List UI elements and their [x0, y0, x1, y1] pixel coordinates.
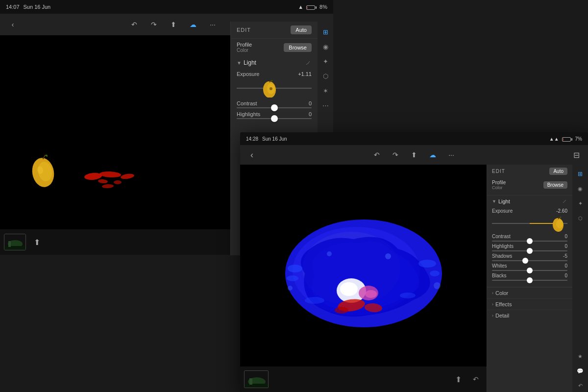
shadows-value-front: -5	[563, 253, 567, 259]
more-button-front[interactable]: ···	[444, 148, 458, 162]
svg-point-9	[102, 184, 114, 188]
undo-thumb-front[interactable]: ↶	[469, 372, 483, 386]
whites-slider-front[interactable]	[492, 270, 567, 271]
highlights-thumb-back[interactable]	[271, 115, 278, 122]
share-button-back[interactable]: ⬆	[167, 18, 180, 31]
contrast-row-back: Contrast 0	[231, 99, 318, 110]
back-button-front[interactable]: ‹	[245, 148, 259, 162]
svg-rect-41	[249, 378, 252, 385]
mango-thumb-back[interactable]	[261, 79, 280, 98]
more-button-back[interactable]: ···	[206, 18, 220, 31]
panel-section-edit: EDIT Auto Profile Color Browse	[487, 165, 572, 196]
share-thumb-front[interactable]: ⬆	[451, 372, 465, 386]
sidebar-drop-front[interactable]: ⬡	[574, 212, 587, 224]
profile-sub-back: Color	[237, 48, 252, 53]
contrast-row-front: Contrast 0	[487, 233, 572, 243]
mango-thumb-front[interactable]	[551, 215, 567, 232]
sidebar-circle-back[interactable]: ◉	[319, 40, 332, 53]
browse-button-back[interactable]: Browse	[284, 43, 312, 52]
thumbnail-item-back[interactable]	[4, 234, 26, 250]
svg-rect-40	[245, 384, 269, 388]
redo-button-front[interactable]: ↷	[389, 148, 402, 162]
curve-icon-back: ⟋	[305, 59, 312, 67]
panel-front: EDIT Auto Profile Color Browse ▼ Light	[487, 165, 572, 392]
thumbnail-front[interactable]	[244, 370, 269, 388]
whites-value-front: 0	[564, 263, 567, 269]
contrast-thumb-back[interactable]	[271, 104, 278, 111]
contrast-thumb-front[interactable]	[527, 238, 533, 244]
blacks-thumb-front[interactable]	[527, 277, 533, 283]
detail-section-front[interactable]: › Detail	[487, 310, 572, 321]
shadows-slider-front[interactable]	[492, 260, 567, 261]
light-header-front[interactable]: ▼ Light ⟋	[487, 196, 572, 207]
profile-row-front: Profile Color Browse	[487, 178, 572, 192]
share-thumb-back[interactable]: ⬆	[30, 235, 44, 249]
curve-icon-front[interactable]: ⟋	[562, 198, 567, 205]
detail-label-front: Detail	[495, 313, 509, 318]
exposure-viz	[266, 210, 462, 347]
effects-section-front[interactable]: › Effects	[487, 298, 572, 310]
exposure-slider-back[interactable]	[237, 79, 312, 98]
svg-point-43	[556, 220, 563, 228]
mango-svg-back	[29, 153, 59, 190]
undo-button-front[interactable]: ↶	[370, 148, 384, 162]
sidebar-star-back[interactable]: ✶	[319, 84, 332, 97]
sidebar-chat-front[interactable]: 💬	[574, 365, 587, 377]
highlights-slider-front[interactable]	[492, 250, 567, 251]
auto-button-back[interactable]: Auto	[291, 25, 312, 34]
cloud-button-front[interactable]: ☁	[426, 148, 440, 162]
share-button-front[interactable]: ⬆	[407, 148, 421, 162]
svg-point-35	[327, 251, 332, 256]
cloud-button-back[interactable]: ☁	[186, 18, 200, 31]
blacks-slider-front[interactable]	[492, 280, 567, 281]
highlights-slider-back[interactable]	[237, 118, 312, 119]
blacks-label-front: Blacks	[492, 273, 506, 278]
browse-button-front[interactable]: Browse	[543, 181, 567, 189]
sidebar-brush-front[interactable]: ✦	[574, 197, 587, 210]
sidebar-adjust-back[interactable]: ⊞	[319, 25, 332, 38]
light-label-back: Light	[244, 59, 256, 66]
svg-point-24	[365, 290, 377, 298]
contrast-slider-back[interactable]	[237, 107, 312, 108]
back-button-back[interactable]: ‹	[6, 18, 20, 31]
svg-rect-12	[4, 246, 26, 250]
light-section-header-back[interactable]: ▼ Light ⟋	[231, 56, 318, 70]
canvas-front: ⬆ ↶	[240, 165, 487, 392]
sidebar-drop-back[interactable]: ⬡	[319, 70, 332, 82]
contrast-slider-front[interactable]	[492, 241, 567, 242]
color-section-front[interactable]: › Color	[487, 287, 572, 298]
profile-label-back: Profile	[237, 42, 252, 48]
contrast-value-front: 0	[564, 234, 567, 239]
battery-pct-back: 8%	[319, 4, 327, 10]
blacks-row-front: Blacks 0	[487, 272, 572, 284]
sidebar-adjust-front[interactable]: ⊞	[574, 168, 587, 180]
exposure-slider-front[interactable]	[492, 215, 567, 232]
sidebar-more-back[interactable]: ⋯	[319, 99, 332, 112]
panel-toggle-front[interactable]: ⊟	[569, 148, 583, 162]
svg-point-6	[120, 173, 134, 180]
profile-label-front: Profile	[492, 180, 506, 185]
whites-thumb-front[interactable]	[527, 268, 533, 273]
sidebar-undo-bottom-front[interactable]: ↶	[574, 379, 587, 392]
svg-rect-13	[8, 241, 11, 247]
contrast-label-front: Contrast	[492, 234, 511, 239]
highlights-thumb-front[interactable]	[527, 248, 533, 254]
svg-point-4	[84, 172, 102, 180]
shadows-thumb-front[interactable]	[522, 258, 528, 264]
wifi-icon-front: ▲▲	[549, 136, 559, 142]
sidebar-circle-front[interactable]: ◉	[574, 182, 587, 195]
front-window: 14:28 Sun 16 Jun ▲▲ 7% ‹ ↶ ↷ ⬆ ☁ ···	[240, 132, 588, 392]
date-back: Sun 16 Jun	[24, 4, 51, 10]
edit-label-front: EDIT	[492, 169, 505, 174]
svg-point-31	[430, 270, 440, 276]
sidebar-star-front[interactable]: ★	[574, 350, 587, 363]
svg-point-5	[99, 171, 122, 178]
auto-button-front[interactable]: Auto	[549, 168, 567, 175]
redo-button-back[interactable]: ↷	[147, 18, 161, 31]
date-front: Sun 16 Jun	[262, 136, 287, 142]
wifi-icon-back: ▲	[298, 4, 303, 10]
undo-button-back[interactable]: ↶	[127, 18, 141, 31]
sidebar-brush-back[interactable]: ✦	[319, 55, 332, 68]
light-label-front: Light	[498, 198, 510, 204]
light-section-front: ▼ Light ⟋ Exposure -2.60	[487, 196, 572, 287]
